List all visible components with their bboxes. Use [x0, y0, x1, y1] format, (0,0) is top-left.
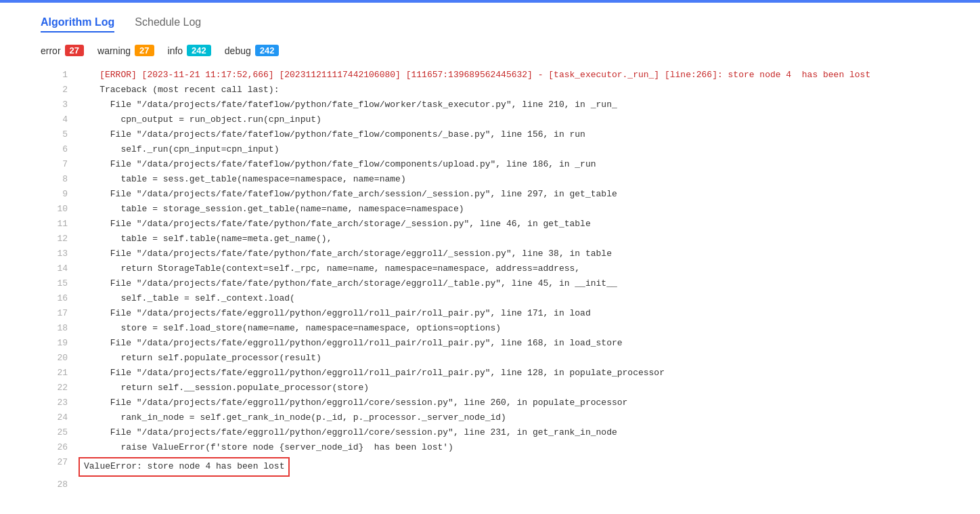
tab-bar: Algorithm Log Schedule Log	[41, 16, 939, 33]
log-line: 21 File "/data/projects/fate/eggroll/pyt…	[41, 366, 939, 381]
line-content: Traceback (most recent call last):	[79, 83, 939, 98]
filter-debug-label: debug	[225, 45, 251, 56]
log-line: 1 [ERROR] [2023-11-21 11:17:52,666] [202…	[41, 68, 939, 83]
line-number: 6	[41, 143, 68, 158]
line-number: 5	[41, 128, 68, 143]
filter-error-label: error	[41, 45, 61, 56]
line-content: return StorageTable(context=self._rpc, n…	[79, 262, 939, 277]
tab-algorithm-log[interactable]: Algorithm Log	[41, 16, 114, 33]
log-line: 16 self._table = self._context.load(	[41, 292, 939, 307]
log-line: 6 self._run(cpn_input=cpn_input)	[41, 143, 939, 158]
line-content: self._table = self._context.load(	[79, 292, 939, 307]
line-content: self._run(cpn_input=cpn_input)	[79, 143, 939, 158]
line-number: 8	[41, 173, 68, 188]
line-number: 27	[41, 456, 68, 478]
log-line: 13 File "/data/projects/fate/fate/python…	[41, 247, 939, 262]
highlighted-line: ValueError: store node 4 has been lost	[79, 457, 290, 477]
line-content: return self.__session.populate_processor…	[79, 381, 939, 396]
line-content: ValueError: store node 4 has been lost	[79, 456, 290, 478]
line-content: table = sess.get_table(namespace=namespa…	[79, 173, 939, 188]
log-line: 28	[41, 478, 939, 493]
line-content: table = storage_session.get_table(name=n…	[79, 202, 939, 217]
filter-debug[interactable]: debug 242	[225, 45, 280, 56]
log-line: 3 File "/data/projects/fate/fateflow/pyt…	[41, 98, 939, 113]
log-line: 7 File "/data/projects/fate/fateflow/pyt…	[41, 158, 939, 173]
line-number: 14	[41, 262, 68, 277]
line-content: store = self.load_store(name=name, names…	[79, 322, 939, 337]
line-number: 20	[41, 351, 68, 366]
line-content: [ERROR] [2023-11-21 11:17:52,666] [20231…	[79, 68, 939, 83]
log-line: 18 store = self.load_store(name=name, na…	[41, 322, 939, 337]
log-line: 2 Traceback (most recent call last):	[41, 83, 939, 98]
line-number: 18	[41, 322, 68, 337]
log-line: 11 File "/data/projects/fate/fate/python…	[41, 217, 939, 232]
tab-schedule-log[interactable]: Schedule Log	[135, 16, 201, 33]
log-line: 9 File "/data/projects/fate/fateflow/pyt…	[41, 188, 939, 202]
line-number: 10	[41, 202, 68, 217]
line-number: 26	[41, 441, 68, 456]
filter-bar: error 27 warning 27 info 242 debug 242	[41, 45, 939, 56]
line-content: File "/data/projects/fate/fate/python/fa…	[79, 247, 939, 262]
line-content: File "/data/projects/fate/fateflow/pytho…	[79, 98, 939, 113]
filter-info-badge: 242	[187, 45, 211, 56]
line-content: cpn_output = run_object.run(cpn_input)	[79, 113, 939, 128]
filter-warning-label: warning	[97, 45, 131, 56]
line-content: File "/data/projects/fate/eggroll/python…	[79, 307, 939, 322]
line-number: 21	[41, 366, 68, 381]
line-number: 19	[41, 337, 68, 351]
line-content: File "/data/projects/fate/fate/python/fa…	[79, 217, 939, 232]
line-number: 11	[41, 217, 68, 232]
line-number: 23	[41, 396, 68, 411]
line-number: 17	[41, 307, 68, 322]
log-line: 22 return self.__session.populate_proces…	[41, 381, 939, 396]
line-number: 9	[41, 188, 68, 202]
line-number: 28	[41, 478, 68, 493]
log-line: 14 return StorageTable(context=self._rpc…	[41, 262, 939, 277]
line-number: 24	[41, 411, 68, 426]
log-line: 25 File "/data/projects/fate/eggroll/pyt…	[41, 426, 939, 441]
line-number: 22	[41, 381, 68, 396]
log-line: 4 cpn_output = run_object.run(cpn_input)	[41, 113, 939, 128]
line-content: return self.populate_processor(result)	[79, 351, 939, 366]
filter-warning[interactable]: warning 27	[97, 45, 154, 56]
line-number: 16	[41, 292, 68, 307]
log-line: 26 raise ValueError(f'store node {server…	[41, 441, 939, 456]
line-number: 2	[41, 83, 68, 98]
line-content: File "/data/projects/fate/eggroll/python…	[79, 426, 939, 441]
line-content: table = self.table(name=meta.get_name(),	[79, 232, 939, 247]
filter-warning-badge: 27	[135, 45, 154, 56]
line-content: File "/data/projects/fate/eggroll/python…	[79, 366, 939, 381]
line-content: raise ValueError(f'store node {server_no…	[79, 441, 939, 456]
line-content: File "/data/projects/fate/fateflow/pytho…	[79, 188, 939, 202]
filter-error-badge: 27	[65, 45, 84, 56]
log-line: 27 ValueError: store node 4 has been los…	[41, 456, 939, 478]
log-line: 24 rank_in_node = self.get_rank_in_node(…	[41, 411, 939, 426]
log-line: 8 table = sess.get_table(namespace=names…	[41, 173, 939, 188]
line-number: 1	[41, 68, 68, 83]
log-line: 17 File "/data/projects/fate/eggroll/pyt…	[41, 307, 939, 322]
line-number: 12	[41, 232, 68, 247]
line-number: 4	[41, 113, 68, 128]
line-number: 13	[41, 247, 68, 262]
log-line: 20 return self.populate_processor(result…	[41, 351, 939, 366]
log-line: 10 table = storage_session.get_table(nam…	[41, 202, 939, 217]
line-content: File "/data/projects/fate/fateflow/pytho…	[79, 128, 939, 143]
filter-info[interactable]: info 242	[168, 45, 211, 56]
line-content: File "/data/projects/fate/eggroll/python…	[79, 337, 939, 351]
line-number: 3	[41, 98, 68, 113]
filter-debug-badge: 242	[255, 45, 280, 56]
line-content: File "/data/projects/fate/eggroll/python…	[79, 396, 939, 411]
log-line: 12 table = self.table(name=meta.get_name…	[41, 232, 939, 247]
log-line: 23 File "/data/projects/fate/eggroll/pyt…	[41, 396, 939, 411]
filter-info-label: info	[168, 45, 183, 56]
filter-error[interactable]: error 27	[41, 45, 84, 56]
line-content: File "/data/projects/fate/fate/python/fa…	[79, 277, 939, 292]
log-area: 1 [ERROR] [2023-11-21 11:17:52,666] [202…	[41, 68, 939, 493]
log-line: 19 File "/data/projects/fate/eggroll/pyt…	[41, 337, 939, 351]
line-number: 15	[41, 277, 68, 292]
line-content	[79, 478, 939, 493]
line-number: 25	[41, 426, 68, 441]
line-number: 7	[41, 158, 68, 173]
main-container: Algorithm Log Schedule Log error 27 warn…	[0, 3, 980, 514]
log-line: 5 File "/data/projects/fate/fateflow/pyt…	[41, 128, 939, 143]
